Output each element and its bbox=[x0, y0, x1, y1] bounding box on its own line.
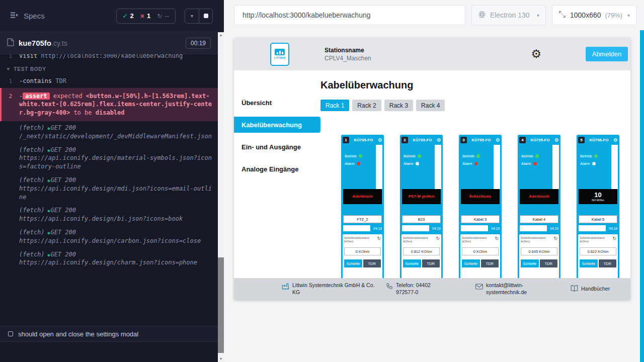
log-contains-command[interactable]: 1 -contains TDR bbox=[0, 75, 218, 87]
tab-rack-3[interactable]: Rack 3 bbox=[384, 100, 413, 111]
log-fetch-entry[interactable]: (fetch)●GET 200https://api.iconify.desig… bbox=[0, 173, 218, 204]
spec-file-icon bbox=[7, 38, 14, 48]
log-fetch-entry[interactable]: (fetch)●GET 200https://api.iconify.desig… bbox=[0, 226, 218, 248]
littwin-logo-icon bbox=[275, 49, 285, 55]
cypress-reporter: Specs ✓ 2 × 1 ↻ -- ▾ kue705fo.cy.ts 00:1… bbox=[0, 0, 218, 362]
card-settings-icon[interactable]: ⚙ bbox=[437, 138, 441, 143]
tab-rack-4[interactable]: Rack 4 bbox=[416, 100, 445, 111]
specs-menu-icon[interactable] bbox=[10, 12, 19, 21]
status-text: Aderbruch bbox=[529, 194, 549, 199]
fetch-url: https://api.iconify.design/charm.json?ic… bbox=[19, 258, 212, 267]
rack-tabs: Rack 1 Rack 2 Rack 3 Rack 4 bbox=[320, 100, 630, 111]
viewport-select[interactable]: 1000x660 (79%) ▾ bbox=[552, 5, 636, 25]
tdr-button[interactable]: TDR bbox=[599, 259, 617, 267]
log-visit-command[interactable]: 1 visit http://localhost:3000/kabelueber… bbox=[0, 54, 218, 62]
schleife-button[interactable]: Schleife bbox=[462, 259, 480, 267]
tdr-button[interactable]: TDR bbox=[422, 259, 440, 267]
log-fetch-entry[interactable]: (fetch)●GET 200/_next/static/development… bbox=[0, 121, 218, 143]
scroll-down-icon[interactable]: ▼ bbox=[218, 356, 224, 362]
betrieb-led bbox=[535, 154, 539, 158]
footer-company: Littwin Systemtechnik GmbH & Co. KG bbox=[282, 282, 379, 295]
browser-select[interactable]: Electron 130 ▾ bbox=[471, 5, 546, 25]
fetch-label: (fetch) bbox=[19, 176, 45, 184]
spec-header[interactable]: kue705fo.cy.ts 00:19 bbox=[0, 32, 218, 54]
betrieb-label: Betrieb bbox=[521, 154, 533, 158]
cross-icon: × bbox=[140, 12, 144, 20]
status-text: PST-M prüfen bbox=[409, 194, 435, 199]
indicator-box bbox=[343, 225, 370, 231]
log-fetch-entry[interactable]: (fetch)●GET 200https://api.iconify.desig… bbox=[0, 248, 218, 270]
display-strip bbox=[494, 145, 500, 189]
logout-button[interactable]: Abmelden bbox=[586, 47, 628, 61]
tab-rack-2[interactable]: Rack 2 bbox=[352, 100, 381, 111]
fetch-status: GET 200 bbox=[50, 176, 76, 184]
schleife-button[interactable]: Schleife bbox=[403, 259, 421, 267]
command-message: http://localhost:3000/kabelueberwachung bbox=[41, 54, 183, 59]
test-body-section[interactable]: ▾ TEST BODY bbox=[0, 62, 218, 75]
status-display: 10ISO MOhm bbox=[579, 189, 617, 204]
cable-name: Kabel 4 bbox=[520, 215, 558, 223]
device-card: 5KÜ706-FO⚙ Betrieb Alarm 10ISO MOhm Kabe… bbox=[577, 135, 619, 292]
reporter-scrollbar[interactable]: ▲ ▼ bbox=[218, 0, 224, 362]
resistance-value: 0.822 KOhm bbox=[580, 247, 616, 255]
app-scrollbar[interactable] bbox=[640, 30, 644, 362]
refresh-icon[interactable]: ↻ bbox=[612, 236, 616, 241]
manuals-link: Handbücher bbox=[581, 286, 610, 292]
card-settings-icon[interactable]: ⚙ bbox=[554, 138, 559, 143]
refresh-icon[interactable]: ↻ bbox=[495, 236, 499, 241]
fetch-url: https://api.iconify.design/bi.json?icons… bbox=[19, 215, 212, 223]
schleife-button[interactable]: Schleife bbox=[580, 259, 598, 267]
fetch-url: https://api.iconify.design/carbon.json?i… bbox=[19, 237, 212, 245]
display-strip bbox=[611, 145, 618, 189]
resistance-label: Schleifenwiderstand [kOhm] bbox=[580, 236, 612, 243]
log-fetch-entry[interactable]: (fetch)●GET 200https://api.iconify.desig… bbox=[0, 143, 218, 173]
footer-email[interactable]: kontakt@littwin-systemtechnik.de bbox=[475, 282, 542, 295]
tdr-button[interactable]: TDR bbox=[481, 259, 499, 267]
refresh-icon[interactable]: ↻ bbox=[553, 236, 557, 241]
refresh-icon[interactable]: ↻ bbox=[436, 236, 440, 241]
footer-phone[interactable]: Telefon: 04402 972577-0 bbox=[386, 282, 451, 295]
card-settings-icon[interactable]: ⚙ bbox=[613, 138, 618, 143]
schleife-button[interactable]: Schleife bbox=[344, 259, 362, 267]
next-test-row[interactable]: should open and close the settings modal bbox=[0, 326, 218, 342]
stop-run-button[interactable] bbox=[199, 9, 212, 23]
tdr-button[interactable]: TDR bbox=[363, 259, 381, 267]
url-bar[interactable] bbox=[234, 5, 465, 25]
assert-badge: assert bbox=[23, 93, 49, 100]
url-input[interactable] bbox=[243, 11, 457, 19]
tab-rack-1[interactable]: Rack 1 bbox=[320, 100, 349, 111]
scroll-up-icon[interactable]: ▲ bbox=[218, 32, 224, 38]
tdr-button[interactable]: TDR bbox=[540, 259, 558, 267]
collapse-chevron-icon[interactable]: ▾ bbox=[185, 9, 199, 23]
firmware-version: V4.19 bbox=[547, 227, 558, 230]
indicator-box bbox=[461, 225, 488, 231]
command-name: -contains bbox=[19, 77, 52, 84]
schleife-button[interactable]: Schleife bbox=[521, 259, 539, 267]
success-dot-icon: ● bbox=[48, 231, 50, 235]
scrollbar-track[interactable]: ▲ ▼ bbox=[218, 32, 224, 362]
resistance-value: 0 KOhm bbox=[462, 247, 499, 255]
scrollbar-thumb[interactable] bbox=[218, 257, 224, 353]
alarm-label: Alarm bbox=[580, 161, 590, 166]
settings-gear-icon[interactable]: ⚙ bbox=[531, 48, 541, 60]
sidebar-item-uebersicht[interactable]: Übersicht bbox=[234, 95, 320, 111]
success-dot-icon: ● bbox=[48, 126, 50, 131]
sidebar-nav: Übersicht Kabelüberwachung Ein- und Ausg… bbox=[234, 70, 320, 300]
sidebar-item-ein-und-ausgaenge[interactable]: Ein- und Ausgänge bbox=[234, 139, 320, 155]
chevron-down-icon: ▾ bbox=[7, 66, 10, 71]
pending-icon: ↻ bbox=[157, 13, 162, 20]
card-settings-icon[interactable]: ⚙ bbox=[378, 138, 382, 143]
log-assert-failed[interactable]: 2 -assert expected <button.w-[50%].h-[1.… bbox=[0, 88, 218, 121]
footer-manuals[interactable]: Handbücher bbox=[571, 284, 610, 294]
card-model: KÜ705-FO bbox=[410, 138, 435, 142]
fetch-status: GET 200 bbox=[50, 229, 76, 236]
specs-label[interactable]: Specs bbox=[24, 12, 45, 20]
sidebar-item-kabelueberwachung[interactable]: Kabelüberwachung bbox=[234, 117, 320, 133]
refresh-icon[interactable]: ↻ bbox=[377, 236, 381, 241]
card-number: 5 bbox=[578, 137, 585, 143]
fetch-url: https://api.iconify.design/material-symb… bbox=[19, 154, 212, 171]
betrieb-led bbox=[594, 154, 598, 158]
card-settings-icon[interactable]: ⚙ bbox=[496, 138, 500, 143]
sidebar-item-analoge-eingaenge[interactable]: Analoge Eingänge bbox=[234, 161, 320, 177]
log-fetch-entry[interactable]: (fetch)●GET 200https://api.iconify.desig… bbox=[0, 204, 218, 226]
